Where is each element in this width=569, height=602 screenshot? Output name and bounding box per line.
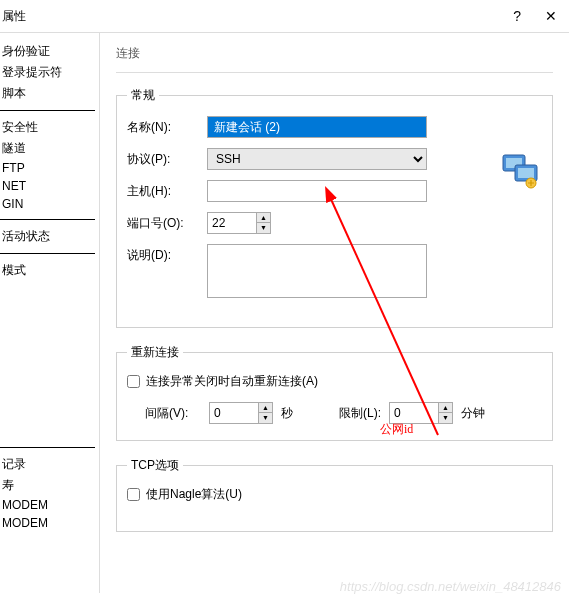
group-tcp: TCP选项 使用Nagle算法(U) — [116, 457, 553, 532]
desc-label: 说明(D): — [127, 244, 197, 264]
interval-spinner[interactable]: ▲▼ — [209, 402, 273, 424]
nagle-checkbox[interactable] — [127, 488, 140, 501]
sidebar-divider — [0, 447, 95, 448]
group-general-legend: 常规 — [127, 87, 159, 104]
protocol-select[interactable]: SSH — [207, 148, 427, 170]
sidebar-item[interactable]: NET — [0, 177, 95, 195]
spin-up-icon[interactable]: ▲ — [439, 403, 452, 413]
sidebar-item[interactable]: 脚本 — [0, 83, 95, 104]
sidebar-item[interactable]: 安全性 — [0, 117, 95, 138]
sidebar-item[interactable]: MODEM — [0, 496, 95, 514]
host-label: 主机(H): — [127, 180, 197, 200]
sidebar-divider — [0, 110, 95, 111]
help-button[interactable]: ? — [513, 8, 521, 24]
nagle-label: 使用Nagle算法(U) — [146, 486, 242, 503]
sidebar-divider — [0, 219, 95, 220]
reconnect-check-label: 连接异常关闭时自动重新连接(A) — [146, 373, 318, 390]
sec-label: 秒 — [281, 405, 293, 422]
port-label: 端口号(O): — [127, 212, 197, 232]
sidebar-item[interactable]: 身份验证 — [0, 41, 95, 62]
sidebar-divider — [0, 253, 95, 254]
port-input[interactable] — [207, 212, 257, 234]
sidebar-item[interactable]: 隧道 — [0, 138, 95, 159]
titlebar: 属性 ? ✕ — [0, 0, 569, 32]
group-general: 常规 名称(N): 协议(P): SSH 主机(H): 端口号(O): — [116, 87, 553, 328]
group-tcp-legend: TCP选项 — [127, 457, 183, 474]
window-buttons: ? ✕ — [513, 8, 561, 24]
sidebar-item[interactable]: 登录提示符 — [0, 62, 95, 83]
name-label: 名称(N): — [127, 116, 197, 136]
spin-down-icon[interactable]: ▼ — [439, 413, 452, 423]
spin-up-icon[interactable]: ▲ — [259, 403, 272, 413]
sidebar-item[interactable]: FTP — [0, 159, 95, 177]
desc-input[interactable] — [207, 244, 427, 298]
window-title: 属性 — [2, 8, 26, 25]
group-reconnect-legend: 重新连接 — [127, 344, 183, 361]
sidebar-item[interactable]: GIN — [0, 195, 95, 213]
svg-rect-3 — [518, 168, 534, 178]
port-spinner[interactable]: ▲▼ — [207, 212, 542, 234]
sidebar-item[interactable]: 活动状态 — [0, 226, 95, 247]
interval-input[interactable] — [209, 402, 259, 424]
computer-icon — [501, 151, 541, 191]
group-reconnect: 重新连接 连接异常关闭时自动重新连接(A) 间隔(V): ▲▼ 秒 限制(L):… — [116, 344, 553, 441]
tab-divider — [116, 72, 553, 73]
spin-up-icon[interactable]: ▲ — [257, 213, 270, 223]
min-label: 分钟 — [461, 405, 485, 422]
limit-label: 限制(L): — [339, 405, 381, 422]
sidebar: 身份验证 登录提示符 脚本 安全性 隧道 FTP NET GIN 活动状态 模式… — [0, 33, 100, 593]
sidebar-item[interactable]: 记录 — [0, 454, 95, 475]
spin-down-icon[interactable]: ▼ — [257, 223, 270, 233]
content-panel: 连接 常规 名称(N): 协议(P): SSH 主机(H): 端 — [100, 33, 569, 593]
sidebar-item[interactable]: 寿 — [0, 475, 95, 496]
interval-label: 间隔(V): — [145, 405, 201, 422]
sidebar-item[interactable]: 模式 — [0, 260, 95, 281]
annotation-text: 公网id — [380, 421, 413, 438]
tab-label: 连接 — [116, 45, 553, 62]
name-input[interactable] — [207, 116, 427, 138]
close-button[interactable]: ✕ — [545, 8, 557, 24]
reconnect-checkbox[interactable] — [127, 375, 140, 388]
spin-down-icon[interactable]: ▼ — [259, 413, 272, 423]
protocol-label: 协议(P): — [127, 148, 197, 168]
sidebar-item[interactable]: MODEM — [0, 514, 95, 532]
host-input[interactable] — [207, 180, 427, 202]
